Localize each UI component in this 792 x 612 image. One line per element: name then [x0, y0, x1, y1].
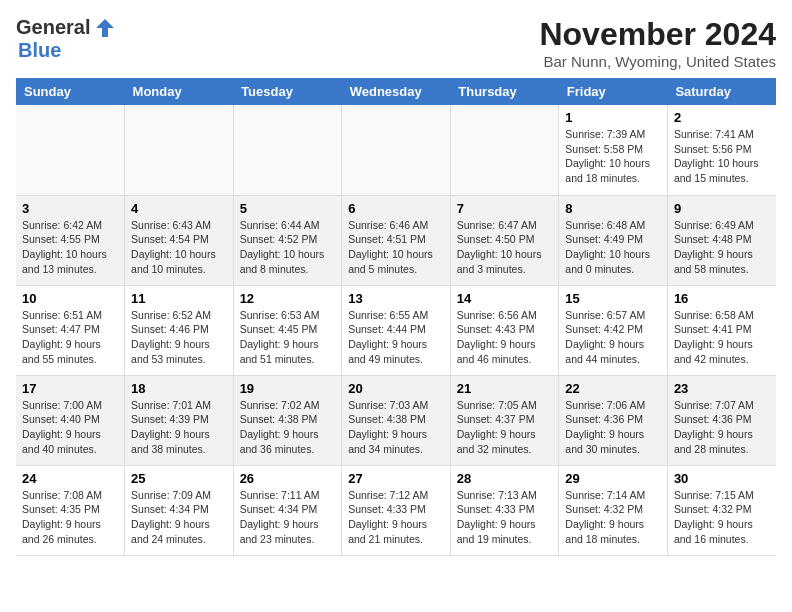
calendar-cell: 27Sunrise: 7:12 AM Sunset: 4:33 PM Dayli…	[342, 465, 451, 555]
day-number: 30	[674, 471, 770, 486]
day-info: Sunrise: 7:39 AM Sunset: 5:58 PM Dayligh…	[565, 127, 661, 186]
day-info: Sunrise: 6:57 AM Sunset: 4:42 PM Dayligh…	[565, 308, 661, 367]
calendar-cell: 30Sunrise: 7:15 AM Sunset: 4:32 PM Dayli…	[667, 465, 776, 555]
calendar-cell: 1Sunrise: 7:39 AM Sunset: 5:58 PM Daylig…	[559, 105, 668, 195]
day-number: 9	[674, 201, 770, 216]
day-info: Sunrise: 7:08 AM Sunset: 4:35 PM Dayligh…	[22, 488, 118, 547]
day-number: 7	[457, 201, 553, 216]
day-info: Sunrise: 6:42 AM Sunset: 4:55 PM Dayligh…	[22, 218, 118, 277]
day-number: 16	[674, 291, 770, 306]
day-number: 13	[348, 291, 444, 306]
header: General Blue November 2024 Bar Nunn, Wyo…	[16, 16, 776, 70]
day-info: Sunrise: 6:46 AM Sunset: 4:51 PM Dayligh…	[348, 218, 444, 277]
day-number: 3	[22, 201, 118, 216]
calendar-week-row: 3Sunrise: 6:42 AM Sunset: 4:55 PM Daylig…	[16, 195, 776, 285]
calendar-cell: 28Sunrise: 7:13 AM Sunset: 4:33 PM Dayli…	[450, 465, 559, 555]
weekday-header-saturday: Saturday	[667, 78, 776, 105]
day-info: Sunrise: 6:47 AM Sunset: 4:50 PM Dayligh…	[457, 218, 553, 277]
calendar-cell: 15Sunrise: 6:57 AM Sunset: 4:42 PM Dayli…	[559, 285, 668, 375]
day-number: 6	[348, 201, 444, 216]
calendar-cell: 26Sunrise: 7:11 AM Sunset: 4:34 PM Dayli…	[233, 465, 342, 555]
day-number: 12	[240, 291, 336, 306]
day-info: Sunrise: 7:07 AM Sunset: 4:36 PM Dayligh…	[674, 398, 770, 457]
calendar-cell: 9Sunrise: 6:49 AM Sunset: 4:48 PM Daylig…	[667, 195, 776, 285]
day-number: 26	[240, 471, 336, 486]
calendar-cell: 14Sunrise: 6:56 AM Sunset: 4:43 PM Dayli…	[450, 285, 559, 375]
day-info: Sunrise: 7:02 AM Sunset: 4:38 PM Dayligh…	[240, 398, 336, 457]
day-info: Sunrise: 6:49 AM Sunset: 4:48 PM Dayligh…	[674, 218, 770, 277]
day-number: 2	[674, 110, 770, 125]
day-number: 8	[565, 201, 661, 216]
day-info: Sunrise: 6:51 AM Sunset: 4:47 PM Dayligh…	[22, 308, 118, 367]
calendar-cell: 18Sunrise: 7:01 AM Sunset: 4:39 PM Dayli…	[125, 375, 234, 465]
weekday-header-row: SundayMondayTuesdayWednesdayThursdayFrid…	[16, 78, 776, 105]
location-subtitle: Bar Nunn, Wyoming, United States	[539, 53, 776, 70]
day-number: 4	[131, 201, 227, 216]
calendar-week-row: 10Sunrise: 6:51 AM Sunset: 4:47 PM Dayli…	[16, 285, 776, 375]
day-number: 21	[457, 381, 553, 396]
title-area: November 2024 Bar Nunn, Wyoming, United …	[539, 16, 776, 70]
day-info: Sunrise: 6:53 AM Sunset: 4:45 PM Dayligh…	[240, 308, 336, 367]
weekday-header-wednesday: Wednesday	[342, 78, 451, 105]
day-info: Sunrise: 6:55 AM Sunset: 4:44 PM Dayligh…	[348, 308, 444, 367]
day-info: Sunrise: 6:43 AM Sunset: 4:54 PM Dayligh…	[131, 218, 227, 277]
day-number: 17	[22, 381, 118, 396]
calendar-cell: 5Sunrise: 6:44 AM Sunset: 4:52 PM Daylig…	[233, 195, 342, 285]
calendar-cell	[125, 105, 234, 195]
day-info: Sunrise: 6:52 AM Sunset: 4:46 PM Dayligh…	[131, 308, 227, 367]
calendar-cell: 11Sunrise: 6:52 AM Sunset: 4:46 PM Dayli…	[125, 285, 234, 375]
day-number: 19	[240, 381, 336, 396]
calendar-cell: 20Sunrise: 7:03 AM Sunset: 4:38 PM Dayli…	[342, 375, 451, 465]
day-info: Sunrise: 7:12 AM Sunset: 4:33 PM Dayligh…	[348, 488, 444, 547]
calendar-cell: 12Sunrise: 6:53 AM Sunset: 4:45 PM Dayli…	[233, 285, 342, 375]
day-info: Sunrise: 6:48 AM Sunset: 4:49 PM Dayligh…	[565, 218, 661, 277]
day-number: 22	[565, 381, 661, 396]
day-number: 5	[240, 201, 336, 216]
day-number: 25	[131, 471, 227, 486]
calendar-week-row: 17Sunrise: 7:00 AM Sunset: 4:40 PM Dayli…	[16, 375, 776, 465]
calendar-cell: 21Sunrise: 7:05 AM Sunset: 4:37 PM Dayli…	[450, 375, 559, 465]
calendar-cell: 8Sunrise: 6:48 AM Sunset: 4:49 PM Daylig…	[559, 195, 668, 285]
day-info: Sunrise: 7:01 AM Sunset: 4:39 PM Dayligh…	[131, 398, 227, 457]
day-info: Sunrise: 7:06 AM Sunset: 4:36 PM Dayligh…	[565, 398, 661, 457]
calendar-cell: 25Sunrise: 7:09 AM Sunset: 4:34 PM Dayli…	[125, 465, 234, 555]
calendar-cell: 2Sunrise: 7:41 AM Sunset: 5:56 PM Daylig…	[667, 105, 776, 195]
logo-general-text: General	[16, 16, 90, 39]
day-info: Sunrise: 7:15 AM Sunset: 4:32 PM Dayligh…	[674, 488, 770, 547]
day-info: Sunrise: 7:14 AM Sunset: 4:32 PM Dayligh…	[565, 488, 661, 547]
calendar-cell: 7Sunrise: 6:47 AM Sunset: 4:50 PM Daylig…	[450, 195, 559, 285]
month-title: November 2024	[539, 16, 776, 53]
weekday-header-tuesday: Tuesday	[233, 78, 342, 105]
calendar-cell: 23Sunrise: 7:07 AM Sunset: 4:36 PM Dayli…	[667, 375, 776, 465]
day-info: Sunrise: 7:41 AM Sunset: 5:56 PM Dayligh…	[674, 127, 770, 186]
day-info: Sunrise: 7:13 AM Sunset: 4:33 PM Dayligh…	[457, 488, 553, 547]
calendar-week-row: 24Sunrise: 7:08 AM Sunset: 4:35 PM Dayli…	[16, 465, 776, 555]
weekday-header-sunday: Sunday	[16, 78, 125, 105]
calendar-cell: 19Sunrise: 7:02 AM Sunset: 4:38 PM Dayli…	[233, 375, 342, 465]
calendar-week-row: 1Sunrise: 7:39 AM Sunset: 5:58 PM Daylig…	[16, 105, 776, 195]
calendar-cell: 24Sunrise: 7:08 AM Sunset: 4:35 PM Dayli…	[16, 465, 125, 555]
calendar-cell: 3Sunrise: 6:42 AM Sunset: 4:55 PM Daylig…	[16, 195, 125, 285]
calendar-table: SundayMondayTuesdayWednesdayThursdayFrid…	[16, 78, 776, 556]
day-number: 11	[131, 291, 227, 306]
calendar-cell	[16, 105, 125, 195]
day-number: 27	[348, 471, 444, 486]
day-info: Sunrise: 6:44 AM Sunset: 4:52 PM Dayligh…	[240, 218, 336, 277]
day-number: 29	[565, 471, 661, 486]
day-info: Sunrise: 6:58 AM Sunset: 4:41 PM Dayligh…	[674, 308, 770, 367]
calendar-cell: 10Sunrise: 6:51 AM Sunset: 4:47 PM Dayli…	[16, 285, 125, 375]
day-info: Sunrise: 7:09 AM Sunset: 4:34 PM Dayligh…	[131, 488, 227, 547]
day-number: 18	[131, 381, 227, 396]
day-number: 24	[22, 471, 118, 486]
day-info: Sunrise: 6:56 AM Sunset: 4:43 PM Dayligh…	[457, 308, 553, 367]
calendar-cell	[450, 105, 559, 195]
day-number: 14	[457, 291, 553, 306]
day-number: 10	[22, 291, 118, 306]
calendar-cell: 22Sunrise: 7:06 AM Sunset: 4:36 PM Dayli…	[559, 375, 668, 465]
calendar-cell	[342, 105, 451, 195]
calendar-cell	[233, 105, 342, 195]
logo-icon	[94, 17, 116, 39]
day-number: 23	[674, 381, 770, 396]
weekday-header-friday: Friday	[559, 78, 668, 105]
logo: General Blue	[16, 16, 116, 62]
